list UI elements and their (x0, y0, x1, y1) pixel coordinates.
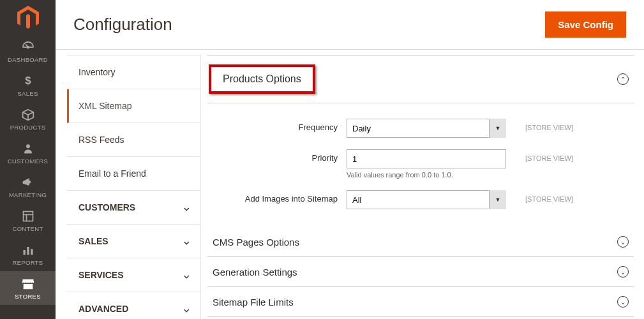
highlight-annotation: Products Options (209, 64, 315, 94)
nav-stores[interactable]: STORES (0, 271, 56, 305)
nav-label: CONTENT (12, 225, 43, 232)
section-file-limits[interactable]: Sitemap File Limits ⌄ (207, 287, 634, 317)
section-generation[interactable]: Generation Settings ⌄ (207, 257, 634, 287)
section-title: CMS Pages Options (213, 237, 299, 248)
tab-group-advanced[interactable]: ADVANCED ⌵ (67, 292, 200, 319)
collapse-down-icon[interactable]: ⌄ (617, 296, 629, 308)
priority-input[interactable] (347, 149, 506, 168)
nav-label: REPORTS (13, 259, 43, 266)
products-options-body: Frequency Daily [STORE VIEW] Priority (207, 103, 634, 227)
settings-panel: Products Options ⌃ Frequency Daily (201, 55, 644, 319)
tab-inventory[interactable]: Inventory (67, 55, 200, 89)
nav-label: SALES (17, 90, 38, 97)
svg-text:$: $ (25, 75, 31, 87)
field-hint: Valid values range from 0.0 to 1.0. (347, 171, 506, 179)
tab-xml-sitemap[interactable]: XML Sitemap (67, 89, 200, 123)
nav-marketing[interactable]: MARKETING (0, 170, 56, 204)
field-priority: Priority Valid values range from 0.0 to … (213, 149, 629, 179)
magento-logo[interactable] (15, 5, 41, 31)
page-header: Configuration Save Config (56, 0, 644, 50)
tab-group-label: SALES (79, 236, 109, 246)
nav-reports[interactable]: REPORTS (0, 237, 56, 271)
nav-label: CUSTOMERS (8, 158, 48, 165)
tab-group-label: CUSTOMERS (79, 202, 135, 212)
person-icon (21, 142, 35, 156)
dollar-icon: $ (21, 74, 35, 88)
bar-chart-icon (21, 243, 35, 257)
nav-label: DASHBOARD (8, 56, 48, 63)
nav-label: STORES (15, 293, 41, 300)
scope-label: [STORE VIEW] (506, 149, 589, 162)
nav-label: PRODUCTS (10, 124, 46, 131)
section-title: Sitemap File Limits (213, 297, 294, 308)
box-icon (21, 108, 35, 122)
config-tabs: Inventory XML Sitemap RSS Feeds Email to… (67, 55, 201, 319)
nav-customers[interactable]: CUSTOMERS (0, 136, 56, 170)
svg-point-2 (26, 144, 30, 148)
chevron-down-icon: ⌵ (184, 236, 189, 246)
field-label: Add Images into Sitemap (213, 190, 347, 204)
chevron-down-icon: ⌵ (184, 202, 189, 212)
collapse-down-icon[interactable]: ⌄ (617, 236, 629, 248)
tab-group-label: SERVICES (79, 270, 124, 280)
field-label: Priority (213, 149, 347, 163)
chevron-down-icon: ⌵ (184, 270, 189, 280)
svg-rect-4 (23, 250, 25, 255)
tab-email-friend[interactable]: Email to a Friend (67, 157, 200, 191)
scope-label: [STORE VIEW] (506, 190, 589, 203)
nav-dashboard[interactable]: DASHBOARD (0, 34, 56, 68)
tab-rss-feeds[interactable]: RSS Feeds (67, 123, 200, 157)
section-products-options[interactable]: Products Options ⌃ (207, 55, 634, 103)
dashboard-icon (21, 40, 35, 54)
scope-label: [STORE VIEW] (506, 119, 589, 131)
section-title: Products Options (223, 73, 301, 84)
page-title: Configuration (73, 15, 172, 34)
save-config-button[interactable]: Save Config (545, 11, 626, 38)
nav-content[interactable]: CONTENT (0, 204, 56, 237)
svg-rect-6 (31, 249, 33, 255)
collapse-up-icon[interactable]: ⌃ (617, 73, 629, 85)
nav-label: MARKETING (9, 191, 47, 198)
layout-icon (21, 209, 35, 223)
tab-group-label: ADVANCED (79, 304, 128, 314)
field-label: Frequency (213, 119, 347, 132)
add-images-select[interactable]: All (347, 190, 506, 209)
field-add-images: Add Images into Sitemap All [STORE VIEW] (213, 190, 629, 209)
tab-group-customers[interactable]: CUSTOMERS ⌵ (67, 191, 200, 225)
store-icon (21, 277, 35, 291)
field-frequency: Frequency Daily [STORE VIEW] (213, 119, 629, 138)
section-title: Generation Settings (213, 267, 297, 278)
svg-rect-3 (23, 212, 33, 221)
nav-sales[interactable]: $ SALES (0, 68, 56, 102)
svg-rect-5 (27, 247, 29, 255)
frequency-select[interactable]: Daily (347, 119, 506, 138)
collapse-down-icon[interactable]: ⌄ (617, 266, 629, 278)
tab-group-services[interactable]: SERVICES ⌵ (67, 258, 200, 292)
tab-group-sales[interactable]: SALES ⌵ (67, 225, 200, 258)
nav-products[interactable]: PRODUCTS (0, 102, 56, 136)
megaphone-icon (21, 175, 35, 189)
chevron-down-icon: ⌵ (184, 304, 189, 314)
admin-nav-sidebar: DASHBOARD $ SALES PRODUCTS CUSTOMERS MAR… (0, 0, 56, 319)
section-cms-pages[interactable]: CMS Pages Options ⌄ (207, 227, 634, 257)
